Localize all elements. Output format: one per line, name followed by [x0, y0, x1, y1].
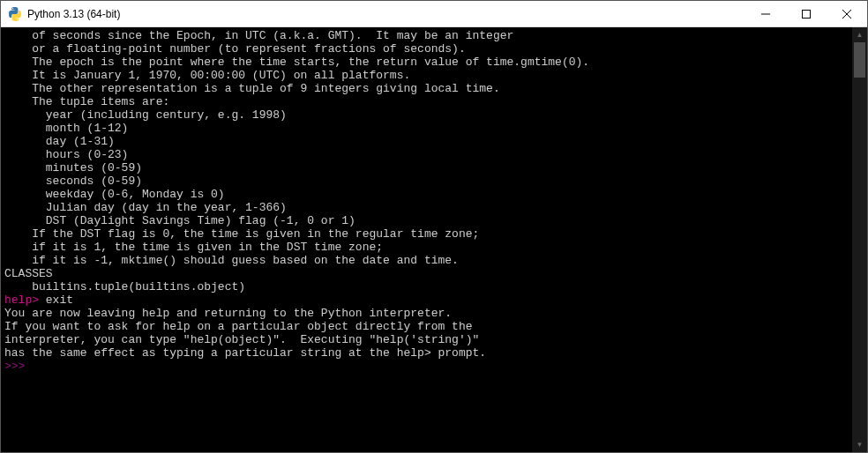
terminal-line: DST (Daylight Savings Time) flag (-1, 0 … — [4, 214, 852, 227]
svg-rect-0 — [803, 10, 811, 18]
terminal-line: CLASSES — [4, 267, 852, 280]
terminal-line: or a floating-point number (to represent… — [4, 42, 852, 56]
terminal-line: day (1-31) — [4, 135, 852, 148]
application-window: Python 3.13 (64-bit) of seconds since th… — [0, 0, 868, 453]
terminal-line: >>> — [4, 360, 852, 373]
python-icon — [8, 7, 22, 21]
terminal-line: year (including century, e.g. 1998) — [4, 108, 852, 122]
terminal-line: If you want to ask for help on a particu… — [4, 320, 852, 333]
terminal-line: The epoch is the point where the time st… — [4, 56, 852, 69]
terminal-line: interpreter, you can type "help(object)"… — [4, 333, 852, 346]
minimize-button[interactable] — [745, 1, 786, 26]
window-controls — [745, 1, 867, 26]
terminal-line: Julian day (day in the year, 1-366) — [4, 201, 852, 214]
terminal-line: minutes (0-59) — [4, 161, 852, 175]
terminal-line: If the DST flag is 0, the time is given … — [4, 227, 852, 241]
terminal-line: The tuple items are: — [4, 95, 852, 108]
terminal-area: of seconds since the Epoch, in UTC (a.k.… — [1, 27, 867, 452]
terminal-line: seconds (0-59) — [4, 175, 852, 188]
terminal-output[interactable]: of seconds since the Epoch, in UTC (a.k.… — [1, 27, 852, 452]
scroll-track[interactable] — [852, 42, 867, 437]
maximize-button[interactable] — [786, 1, 827, 26]
scroll-thumb[interactable] — [854, 42, 865, 78]
terminal-line: builtins.tuple(builtins.object) — [4, 280, 852, 293]
titlebar[interactable]: Python 3.13 (64-bit) — [1, 1, 867, 27]
terminal-line: weekday (0-6, Monday is 0) — [4, 188, 852, 201]
terminal-line: It is January 1, 1970, 00:00:00 (UTC) on… — [4, 69, 852, 82]
close-button[interactable] — [827, 1, 867, 26]
scroll-down-arrow[interactable]: ▼ — [852, 437, 867, 452]
terminal-line: of seconds since the Epoch, in UTC (a.k.… — [4, 29, 852, 42]
scroll-up-arrow[interactable]: ▲ — [852, 27, 867, 42]
window-title: Python 3.13 (64-bit) — [27, 8, 745, 20]
terminal-line: if it is 1, the time is given in the DST… — [4, 241, 852, 254]
terminal-line: The other representation is a tuple of 9… — [4, 82, 852, 95]
vertical-scrollbar[interactable]: ▲ ▼ — [852, 27, 867, 452]
terminal-line: You are now leaving help and returning t… — [4, 307, 852, 320]
terminal-line: month (1-12) — [4, 122, 852, 135]
terminal-line: has the same effect as typing a particul… — [4, 346, 852, 360]
terminal-line: hours (0-23) — [4, 148, 852, 161]
terminal-line: if it is -1, mktime() should guess based… — [4, 254, 852, 267]
terminal-line: help> exit — [4, 293, 852, 307]
